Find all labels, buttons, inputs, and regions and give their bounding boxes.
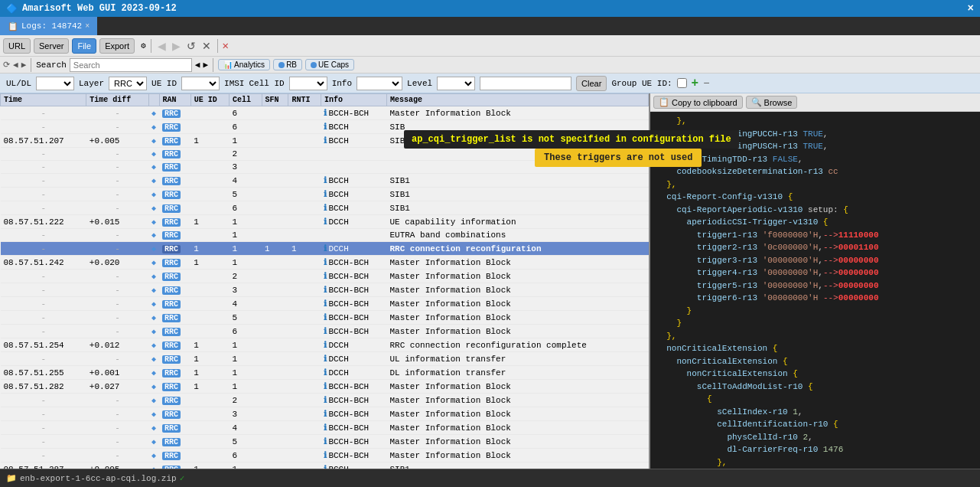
table-row[interactable]: --◆RRC6ℹBCCH-BCHMaster Information Block (1, 325, 649, 338)
cell-ueid (190, 188, 229, 201)
table-row[interactable]: 08.57.51.287+0.005◆RRC11ℹBCCHSIB1 (1, 462, 649, 469)
cell-ran: RRC (159, 201, 190, 215)
table-row[interactable]: --◆RRC4ℹBCCHSIB1 (1, 174, 649, 188)
table-row[interactable]: --◆RRC1EUTRA band combinations (1, 229, 649, 242)
cell-time: 08.57.51.254 (1, 338, 86, 352)
cell-ran: RRC (159, 188, 190, 201)
close-x-icon[interactable]: ✕ (223, 39, 229, 52)
back-icon[interactable]: ◀ (13, 60, 18, 70)
add-filter-button[interactable]: + (692, 77, 699, 90)
cell-message: Master Information Block (386, 394, 648, 407)
cell-message: SIB1 (386, 174, 648, 188)
table-row[interactable]: 08.57.51.254+0.012◆RRC11ℹDCCHRRC connect… (1, 338, 649, 352)
level-label: Level (407, 79, 432, 88)
file-icon: 📁 (6, 473, 17, 483)
cell-ueid: 1 (190, 256, 229, 270)
browse-button[interactable]: 🔍 Browse (746, 96, 798, 109)
table-row[interactable]: 08.57.51.255+0.001◆RRC11ℹDCCHDL informat… (1, 366, 649, 380)
table-row[interactable]: 08.57.51.222+0.015◆RRC11ℹDCCHUE capabili… (1, 215, 649, 229)
table-row[interactable]: --◆RRC4ℹBCCH-BCHMaster Information Block (1, 421, 649, 435)
cell-rnti (288, 297, 321, 311)
cell-ueid: 1 (190, 242, 229, 256)
cell-info (321, 161, 386, 174)
triggers-tooltip: These triggers are not used (535, 149, 702, 167)
ue-caps-button[interactable]: UE Caps (305, 59, 354, 70)
nav-forward-button[interactable]: ▶ (171, 40, 182, 52)
table-row[interactable]: --◆RRC4ℹBCCH-BCHMaster Information Block (1, 297, 649, 311)
forward-icon[interactable]: ▶ (21, 60, 27, 70)
settings-icon[interactable]: ⚙ (141, 41, 146, 51)
cell-info: ℹBCCH (321, 134, 386, 148)
cell-indicator: ◆ (148, 283, 159, 297)
table-row[interactable]: --◆RRC2ℹBCCH-BCHMaster Information Block (1, 394, 649, 407)
cell-cell: 5 (230, 188, 262, 201)
search-input[interactable] (70, 58, 192, 72)
info-select[interactable] (357, 77, 402, 90)
close-icon[interactable]: × (968, 2, 974, 15)
table-row[interactable]: --◆RRC6ℹBCCHSIB1 (1, 201, 649, 215)
cell-message: SIB1 (386, 462, 648, 469)
table-row[interactable]: --◆RRC3ℹBCCH-BCHMaster Information Block (1, 283, 649, 297)
cell-timediff: - (86, 270, 148, 283)
search-fwd-icon[interactable]: ▶ (203, 60, 208, 70)
table-row[interactable]: --◆RRC11ℹDCCHUL information transfer (1, 352, 649, 366)
cell-info: ℹBCCH-BCH (321, 407, 386, 421)
table-row[interactable]: --◆RRC5ℹBCCH-BCHMaster Information Block (1, 435, 649, 449)
filter-text-input[interactable] (480, 77, 571, 90)
table-row[interactable]: --◆RRC5ℹBCCHSIB1 (1, 188, 649, 201)
cell-ran: RRC (159, 435, 190, 449)
layer-select[interactable]: RRC (109, 77, 147, 90)
search-back-icon[interactable]: ◀ (195, 60, 200, 70)
nav-stop-button[interactable]: ✕ (200, 40, 213, 52)
cell-ueid (190, 283, 229, 297)
cell-indicator: ◆ (148, 421, 159, 435)
cell-timediff: - (86, 325, 148, 338)
code-toolbar: 📋 Copy to clipboard 🔍 Browse (650, 93, 980, 112)
cell-ueid (190, 449, 229, 462)
table-row[interactable]: 08.57.51.282+0.027◆RRC11ℹBCCH-BCHMaster … (1, 380, 649, 394)
table-row[interactable]: --◆RRC3ℹBCCH-BCHMaster Information Block (1, 407, 649, 421)
cell-message: Master Information Block (386, 256, 648, 270)
analytics-button[interactable]: 📊 Analytics (218, 59, 270, 70)
rb-button[interactable]: RB (273, 59, 302, 70)
cell-indicator: ◆ (148, 148, 159, 161)
cell-ran: RRC (159, 174, 190, 188)
export-button[interactable]: Export (99, 38, 135, 54)
remove-filter-button[interactable]: − (703, 77, 709, 90)
cell-ueid (190, 407, 229, 421)
file-bar-sep (31, 58, 31, 72)
cell-sfn (262, 215, 288, 229)
level-select[interactable] (437, 77, 475, 90)
cell-sfn (262, 407, 288, 421)
cellid-select[interactable] (289, 77, 327, 90)
cell-indicator: ◆ (148, 120, 159, 134)
nav-reload-button[interactable]: ↺ (185, 40, 197, 52)
ueid-select[interactable] (181, 77, 220, 90)
cell-sfn (262, 325, 288, 338)
table-row[interactable]: --◆RRC6ℹBCCH-BCHMaster Information Block (1, 106, 649, 120)
table-row[interactable]: --◆RRC2ℹBCCH-BCHMaster Information Block (1, 270, 649, 283)
refresh-icon[interactable]: ⟳ (3, 60, 10, 70)
url-button[interactable]: URL (3, 38, 31, 54)
cell-info: ℹBCCH-BCH (321, 435, 386, 449)
uldl-select[interactable] (36, 77, 74, 90)
nav-back-button[interactable]: ◀ (156, 40, 168, 52)
cell-ran: RRC (159, 134, 190, 148)
clear-button[interactable]: Clear (576, 76, 607, 91)
copy-to-clipboard-button[interactable]: 📋 Copy to clipboard (653, 96, 743, 109)
file-button[interactable]: File (72, 38, 96, 54)
table-row[interactable]: --◆RRC1111ℹDCCHRRC connection reconfigur… (1, 242, 649, 256)
logs-tab-close[interactable]: × (85, 22, 90, 31)
table-row[interactable]: --◆RRC6ℹBCCH-BCHMaster Information Block (1, 449, 649, 462)
cell-time: - (1, 421, 86, 435)
cell-ran: RRC (159, 380, 190, 394)
server-button[interactable]: Server (34, 38, 69, 54)
cell-indicator: ◆ (148, 161, 159, 174)
cell-ran: RRC (159, 148, 190, 161)
cell-time: - (1, 161, 86, 174)
cell-ran: RRC (159, 283, 190, 297)
table-row[interactable]: 08.57.51.242+0.020◆RRC11ℹBCCH-BCHMaster … (1, 256, 649, 270)
table-row[interactable]: --◆RRC5ℹBCCH-BCHMaster Information Block (1, 311, 649, 325)
group-ue-checkbox[interactable] (677, 78, 687, 88)
logs-tab[interactable]: 📋 Logs: 148742 × (0, 17, 97, 35)
